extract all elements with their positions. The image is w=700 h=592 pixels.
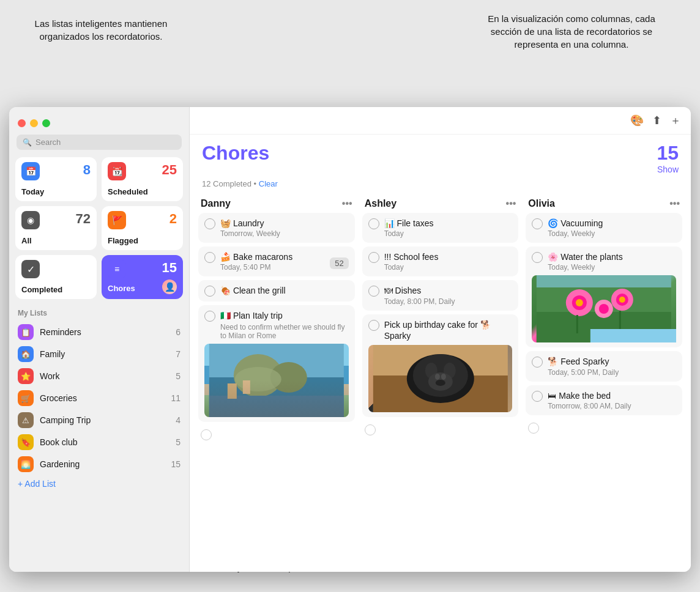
svg-rect-1 bbox=[209, 377, 344, 417]
reminder-dishes[interactable]: 🍽 Dishes Today, 8:00 PM, Daily bbox=[362, 280, 519, 310]
camping-label: Camping Trip bbox=[40, 415, 169, 425]
reminder-taxes[interactable]: 📊 File taxes Today bbox=[362, 213, 519, 243]
bed-title: 🛏 Make the bed bbox=[548, 390, 676, 401]
reminder-bed[interactable]: 🛏 Make the bed Tomorrow, 8:00 AM, Daily bbox=[526, 385, 682, 415]
svg-point-25 bbox=[619, 297, 625, 303]
sidebar-item-camping[interactable]: ⚠ Camping Trip 4 bbox=[9, 409, 189, 431]
sidebar-item-work[interactable]: ⭐ Work 5 bbox=[9, 365, 189, 387]
family-icon: 🏠 bbox=[18, 346, 34, 362]
sidebar-item-gardening[interactable]: 🌅 Gardening 15 bbox=[9, 453, 189, 475]
smart-tile-completed[interactable]: ✓ Completed bbox=[15, 255, 97, 299]
reminder-grill[interactable]: 🍖 Clean the grill bbox=[198, 280, 355, 302]
my-lists-header: My Lists bbox=[9, 306, 189, 321]
taxes-circle[interactable] bbox=[368, 218, 379, 229]
reminder-laundry[interactable]: 🧺 Laundry Tomorrow, Weekly bbox=[198, 213, 355, 243]
svg-point-27 bbox=[599, 304, 609, 314]
feedsparky-circle[interactable] bbox=[532, 357, 543, 368]
sidebar-item-groceries[interactable]: 🛒 Groceries 11 bbox=[9, 387, 189, 409]
scheduled-label: Scheduled bbox=[108, 187, 177, 196]
olivia-menu-icon[interactable]: ••• bbox=[669, 198, 680, 209]
gardening-icon: 🌅 bbox=[18, 456, 34, 472]
svg-point-5 bbox=[235, 367, 281, 391]
columns-area: Danny ••• 🧺 Laundry Tomorrow, Weekly bbox=[190, 194, 691, 572]
reminder-italy[interactable]: 🇮🇹 Plan Italy trip Need to confirm wheth… bbox=[198, 305, 355, 421]
flagged-count: 2 bbox=[169, 211, 177, 227]
svg-rect-6 bbox=[228, 383, 237, 399]
reminders-label: Reminders bbox=[40, 327, 169, 337]
bake-circle[interactable] bbox=[204, 252, 215, 263]
camping-count: 4 bbox=[176, 415, 181, 425]
italy-circle[interactable] bbox=[204, 311, 215, 322]
grill-circle[interactable] bbox=[204, 286, 215, 297]
reminder-plants[interactable]: 🌸 Water the plants Today, Weekly bbox=[526, 246, 682, 347]
col-header-ashley: Ashley ••• bbox=[362, 194, 519, 213]
dishes-title: 🍽 Dishes bbox=[384, 285, 513, 296]
bookclub-count: 5 bbox=[176, 437, 181, 447]
svg-rect-28 bbox=[576, 315, 578, 333]
ashley-items: 📊 File taxes Today !!! School fees Today bbox=[362, 213, 519, 439]
chores-avatar: 👤 bbox=[162, 279, 177, 294]
bookclub-label: Book club bbox=[40, 437, 169, 447]
scheduled-count: 25 bbox=[162, 162, 177, 178]
reminder-vacuuming[interactable]: 🌀 Vacuuming Today, Weekly bbox=[526, 213, 682, 243]
dishes-circle[interactable] bbox=[368, 286, 379, 297]
add-olivia-circle bbox=[528, 423, 539, 434]
ashley-menu-icon[interactable]: ••• bbox=[506, 198, 516, 209]
sidebar-item-bookclub[interactable]: 🔖 Book club 5 bbox=[9, 431, 189, 453]
add-list-button[interactable]: + Add List bbox=[9, 475, 189, 492]
svg-rect-29 bbox=[619, 311, 621, 329]
close-button[interactable] bbox=[18, 119, 26, 127]
svg-point-15 bbox=[435, 374, 440, 380]
smart-tile-scheduled[interactable]: 📆 25 Scheduled bbox=[102, 157, 183, 201]
show-button[interactable]: Show bbox=[657, 165, 679, 174]
maximize-button[interactable] bbox=[42, 119, 50, 127]
smart-tile-chores[interactable]: ≡ 15 Chores 👤 bbox=[102, 255, 183, 299]
chores-label: Chores bbox=[108, 284, 135, 293]
bed-circle[interactable] bbox=[532, 391, 543, 402]
sidebar-item-family[interactable]: 🏠 Family 7 bbox=[9, 343, 189, 365]
traffic-lights bbox=[9, 114, 189, 135]
family-count: 7 bbox=[176, 349, 181, 359]
clear-button[interactable]: Clear bbox=[259, 179, 278, 188]
smart-tile-flagged[interactable]: 🚩 2 Flagged bbox=[102, 206, 183, 250]
all-icon: ◉ bbox=[21, 211, 40, 229]
vacuuming-title: 🌀 Vacuuming bbox=[548, 218, 676, 229]
list-title: Chores bbox=[202, 142, 269, 165]
all-label: All bbox=[21, 236, 91, 245]
share-icon[interactable]: ⬆ bbox=[652, 114, 661, 127]
svg-rect-31 bbox=[537, 275, 671, 287]
palette-icon[interactable]: 🎨 bbox=[630, 114, 644, 127]
smart-tile-today[interactable]: 📅 8 Today bbox=[15, 157, 97, 201]
italy-note: Need to confirm whether we should fly to… bbox=[220, 323, 349, 340]
completed-icon: ✓ bbox=[21, 260, 40, 278]
cake-circle[interactable] bbox=[368, 320, 379, 331]
all-count: 72 bbox=[76, 211, 91, 227]
svg-point-17 bbox=[436, 380, 445, 386]
minimize-button[interactable] bbox=[30, 119, 38, 127]
reminder-feedsparky[interactable]: 🐕 Feed Sparky Today, 5:00 PM, Daily bbox=[526, 351, 682, 381]
plants-circle[interactable] bbox=[532, 252, 543, 263]
sidebar-item-reminders[interactable]: 📋 Reminders 6 bbox=[9, 321, 189, 343]
vacuuming-circle[interactable] bbox=[532, 218, 543, 229]
reminder-cake[interactable]: Pick up birthday cake for 🐕 Sparky bbox=[362, 314, 519, 417]
danny-menu-icon[interactable]: ••• bbox=[342, 198, 352, 209]
add-reminder-icon[interactable]: ＋ bbox=[670, 113, 681, 128]
add-danny[interactable] bbox=[198, 426, 355, 444]
laundry-circle[interactable] bbox=[204, 218, 215, 229]
smart-tile-all[interactable]: ◉ 72 All bbox=[15, 206, 97, 250]
groceries-count: 11 bbox=[171, 393, 181, 403]
add-ashley[interactable] bbox=[362, 421, 519, 439]
reminders-icon: 📋 bbox=[18, 324, 34, 340]
bake-title: 🍰 Bake macarons bbox=[220, 251, 325, 262]
add-olivia[interactable] bbox=[526, 419, 682, 437]
fees-circle[interactable] bbox=[368, 252, 379, 263]
italy-image bbox=[204, 344, 349, 417]
reminder-fees[interactable]: !!! School fees Today bbox=[362, 246, 519, 276]
col-title-ashley: Ashley bbox=[365, 198, 397, 209]
reminder-bake[interactable]: 🍰 Bake macarons Today, 5:40 PM 52 bbox=[198, 246, 355, 276]
dishes-subtitle: Today, 8:00 PM, Daily bbox=[384, 297, 513, 306]
main-content: 🎨 ⬆ ＋ Chores 15 Show 12 Completed • Clea… bbox=[190, 107, 691, 572]
add-ashley-circle bbox=[365, 424, 376, 435]
search-bar[interactable]: 🔍 Search bbox=[17, 135, 182, 150]
camping-icon: ⚠ bbox=[18, 412, 34, 428]
